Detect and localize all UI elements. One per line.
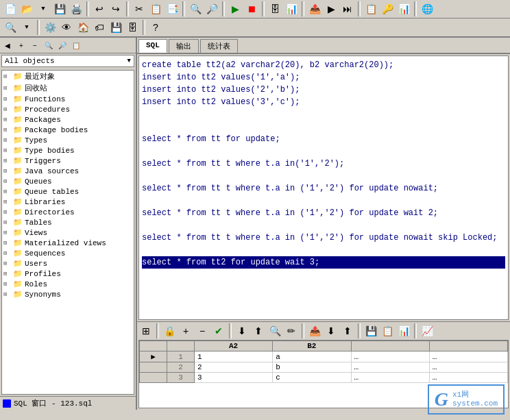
remove-obj-btn[interactable]: −: [29, 39, 41, 51]
tree-item-sequences[interactable]: ⊞ 📁 Sequences: [2, 248, 134, 258]
help-btn[interactable]: ?: [148, 20, 163, 35]
run-button[interactable]: ▶: [228, 1, 243, 16]
export-btn[interactable]: 📤: [307, 323, 322, 338]
search-obj-btn[interactable]: 🔍: [42, 39, 55, 51]
tree-item-queuetables[interactable]: ⊞ 📁 Queue tables: [2, 186, 134, 197]
db-button[interactable]: 🗄: [267, 1, 282, 16]
filter-obj-btn[interactable]: 🔎: [56, 39, 69, 51]
stop-button[interactable]: ⏹: [244, 1, 259, 16]
up-btn[interactable]: ⬆: [340, 323, 355, 338]
cell-a2-3[interactable]: 3: [195, 373, 273, 383]
down-btn[interactable]: ⬇: [324, 323, 339, 338]
extra1-button[interactable]: 📤: [307, 1, 322, 16]
find-button[interactable]: 🔍: [188, 1, 203, 16]
cell-a2-2[interactable]: 2: [195, 362, 273, 373]
cut-button[interactable]: ✂: [132, 1, 147, 16]
nav-back-btn[interactable]: ◀: [1, 39, 14, 51]
table-row[interactable]: 2 2 b … …: [140, 362, 508, 373]
sql-line-16: [142, 244, 505, 256]
home-btn[interactable]: 🏠: [75, 20, 90, 35]
tree-item-profiles[interactable]: ⊞ 📁 Profiles: [2, 269, 134, 279]
stats-btn[interactable]: 📈: [420, 323, 435, 338]
save-button[interactable]: 💾: [52, 1, 67, 16]
open-button[interactable]: 📂: [19, 1, 34, 16]
add-obj-btn[interactable]: +: [15, 39, 27, 51]
tree-item-views[interactable]: ⊞ 📁 Views: [2, 227, 134, 238]
tree-item-procedures[interactable]: ⊞ 📁 Procedures: [2, 104, 134, 114]
extra5-button[interactable]: 🔑: [380, 1, 395, 16]
table-row[interactable]: 3 3 c … …: [140, 373, 508, 383]
copy-res-btn[interactable]: 📋: [380, 323, 395, 338]
tree-item-directories[interactable]: ⊞ 📁 Directories: [2, 207, 134, 217]
redo-button[interactable]: ↪: [108, 1, 123, 16]
new-button[interactable]: 📄: [3, 1, 18, 16]
settings-btn[interactable]: ⚙️: [42, 20, 58, 35]
del-row-btn[interactable]: −: [195, 323, 210, 338]
tree-item-functions[interactable]: ⊞ 📁 Functions: [2, 94, 134, 104]
tree-item-label: Packages: [25, 116, 61, 124]
tree-item-matviews[interactable]: ⊞ 📁 Materialized views: [2, 238, 134, 248]
check-btn[interactable]: ✔: [211, 323, 226, 338]
print-button[interactable]: 🖨️: [69, 1, 84, 16]
table-row[interactable]: ▶ 1 1 a … …: [140, 351, 508, 362]
tab-output[interactable]: 输出: [169, 39, 199, 53]
search-dropdown[interactable]: ▼: [19, 20, 34, 35]
dropdown-arrow[interactable]: ▼: [36, 1, 51, 16]
tree-item-packages[interactable]: ⊞ 📁 Packages: [2, 114, 134, 125]
extra3-button[interactable]: ⏭: [340, 1, 355, 16]
sql-editor[interactable]: create table tt2(a2 varchar2(20), b2 var…: [138, 55, 509, 320]
add-row-btn[interactable]: +: [178, 323, 193, 338]
tree-item-javasources[interactable]: ⊞ 📁 Java sources: [2, 166, 134, 176]
undo-button[interactable]: ↩: [92, 1, 107, 16]
tab-sql[interactable]: SQL: [138, 39, 167, 53]
copy-obj-btn[interactable]: 📋: [70, 39, 82, 51]
res-sep-2: [229, 323, 232, 338]
tree-item-roles[interactable]: ⊞ 📁 Roles: [2, 279, 134, 289]
db2-btn[interactable]: 🗄: [125, 20, 140, 35]
find2-button[interactable]: 🔎: [204, 1, 219, 16]
tree-item-packagebodies[interactable]: ⊞ 📁 Package bodies: [2, 125, 134, 135]
cell-b2-1[interactable]: a: [273, 351, 351, 362]
find-res-btn[interactable]: 🔍: [267, 323, 282, 338]
folder-icon: 📁: [13, 187, 23, 196]
save-res-btn[interactable]: 💾: [363, 323, 378, 338]
table-btn[interactable]: 📊: [284, 1, 299, 16]
extra7-button[interactable]: 🌐: [420, 1, 435, 16]
cell-a2-1[interactable]: 1: [195, 351, 273, 362]
cell-extra2-3: …: [429, 373, 507, 383]
cell-b2-3[interactable]: c: [273, 373, 351, 383]
chart-btn[interactable]: 📊: [396, 323, 411, 338]
tab-stats[interactable]: 统计表: [200, 39, 238, 53]
watermark-site1: x1网: [452, 391, 498, 399]
tree-item-recent[interactable]: ⊞ 📁 最近对象: [2, 71, 134, 82]
tree-item-typebodies[interactable]: ⊞ 📁 Type bodies: [2, 145, 134, 156]
prev-btn[interactable]: ⬆: [251, 323, 266, 338]
extra4-button[interactable]: 📋: [363, 1, 378, 16]
paste-button[interactable]: 📑: [165, 1, 180, 16]
tree-item-users[interactable]: ⊞ 📁 Users: [2, 258, 134, 269]
tree-item-triggers[interactable]: ⊞ 📁 Triggers: [2, 156, 134, 166]
extra6-button[interactable]: 📊: [396, 1, 411, 16]
eye-btn[interactable]: 👁: [59, 20, 74, 35]
lock-btn[interactable]: 🔒: [162, 323, 177, 338]
edit-btn[interactable]: ✏: [284, 323, 299, 338]
tree-item-types[interactable]: ⊞ 📁 Types: [2, 135, 134, 145]
copy-button[interactable]: 📋: [148, 1, 163, 16]
cell-b2-2[interactable]: b: [273, 362, 351, 373]
tree-item-libraries[interactable]: ⊞ 📁 Libraries: [2, 197, 134, 207]
expand-icon: ⊞: [3, 116, 13, 123]
first-btn[interactable]: ⬇: [234, 323, 250, 338]
tree-item-recycle[interactable]: ⊞ 📁 回收站: [2, 82, 134, 94]
cell-extra2-2: …: [429, 362, 507, 373]
tree-item-tables[interactable]: ⊞ 📁 Tables: [2, 217, 134, 227]
tree-item-queues[interactable]: ⊞ 📁 Queues: [2, 176, 134, 186]
toolbar-row-1: 📄 📂 ▼ 💾 🖨️ ↩ ↪ ✂ 📋 📑 🔍 🔎 ▶ ⏹ 🗄 📊 📤 ▶ ⏭ 📋…: [0, 0, 510, 18]
search-btn[interactable]: 🔍: [3, 20, 18, 35]
object-tree[interactable]: ⊞ 📁 最近对象 ⊞ 📁 回收站 ⊞ 📁 Functions ⊞ 📁 Proce…: [1, 70, 134, 395]
tag-btn[interactable]: 🏷: [92, 20, 107, 35]
grid-view-btn[interactable]: ⊞: [138, 323, 154, 338]
extra2-button[interactable]: ▶: [324, 1, 339, 16]
object-type-dropdown[interactable]: All objects ▼: [1, 55, 134, 67]
save2-btn[interactable]: 💾: [108, 20, 123, 35]
tree-item-synonyms[interactable]: ⊞ 📁 Synonyms: [2, 289, 134, 299]
